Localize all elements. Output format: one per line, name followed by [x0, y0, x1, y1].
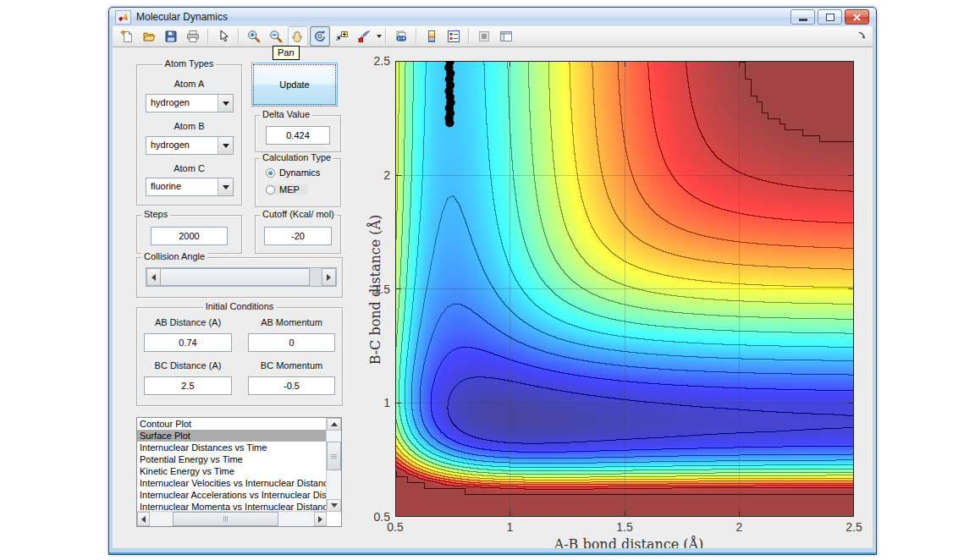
- zoom-in-icon: [247, 30, 261, 43]
- y-tick-label: 1.5: [361, 283, 390, 296]
- atom-c-value: fluorine: [151, 181, 181, 191]
- print-button[interactable]: [183, 26, 203, 47]
- link-plot-button[interactable]: [391, 26, 411, 47]
- atom-types-panel: Atom Types Atom A hydrogen Atom B hydrog…: [136, 64, 242, 206]
- dynamics-radio-label: Dynamics: [279, 167, 320, 178]
- ab-distance-field[interactable]: [144, 333, 232, 352]
- show-plot-tools-button[interactable]: [496, 26, 516, 47]
- y-tick-label: 2: [361, 168, 390, 182]
- vertical-scrollbar[interactable]: [326, 418, 341, 512]
- pan-button[interactable]: [288, 26, 308, 47]
- ab-momentum-label: AB Momentum: [248, 317, 335, 327]
- atom-b-dropdown-button[interactable]: [218, 137, 233, 154]
- minimize-button[interactable]: [790, 9, 815, 25]
- close-button[interactable]: [845, 9, 869, 25]
- steps-title: Steps: [141, 209, 170, 219]
- pes-contour-plot[interactable]: [395, 61, 854, 517]
- new-file-button[interactable]: [117, 26, 137, 47]
- delta-value-panel: Delta Value: [255, 115, 341, 152]
- zoom-out-button[interactable]: [266, 26, 286, 47]
- bc-distance-label: BC Distance (A): [144, 360, 232, 371]
- dynamics-radio-row[interactable]: Dynamics: [266, 167, 320, 178]
- horizontal-scroll-thumb[interactable]: [173, 512, 278, 526]
- new-file-icon: [120, 30, 134, 43]
- print-icon: [186, 30, 200, 43]
- ab-momentum-field[interactable]: [248, 333, 335, 352]
- save-icon: [164, 30, 178, 43]
- x-tick-label: 1: [507, 520, 514, 534]
- zoom-in-button[interactable]: [244, 26, 264, 47]
- titlebar[interactable]: Molecular Dynamics: [109, 8, 876, 26]
- edit-plot-button[interactable]: [213, 26, 234, 47]
- list-item[interactable]: Internuclear Velocities vs Internuclear …: [137, 477, 327, 489]
- restore-button[interactable]: [818, 9, 842, 25]
- scroll-left-button[interactable]: [137, 512, 150, 526]
- y-tick-label: 0.5: [361, 510, 390, 524]
- insert-colorbar-button[interactable]: [421, 26, 442, 47]
- arrow-left-icon: [141, 516, 146, 523]
- delta-value-field[interactable]: [266, 126, 330, 145]
- list-item[interactable]: Internuclear Accelerations vs Internucle…: [137, 489, 327, 501]
- slider-right-arrow-button[interactable]: [322, 268, 336, 286]
- plot-type-list: Contour PlotSurface PlotInternuclear Dis…: [137, 418, 327, 512]
- colorbar-icon: [425, 30, 438, 43]
- list-item[interactable]: Internuclear Distances vs Time: [137, 442, 327, 453]
- data-cursor-button[interactable]: [332, 26, 352, 47]
- scroll-up-button[interactable]: [327, 418, 341, 431]
- atom-b-label: Atom B: [137, 121, 241, 131]
- horizontal-scrollbar[interactable]: [137, 511, 327, 526]
- atom-c-dropdown-button[interactable]: [218, 178, 233, 195]
- brush-dropdown-caret-icon[interactable]: [377, 35, 382, 38]
- bc-momentum-field[interactable]: [248, 376, 335, 395]
- slider-thumb[interactable]: [160, 268, 310, 286]
- arrow-left-icon: [151, 274, 156, 281]
- scroll-right-button[interactable]: [314, 512, 327, 526]
- plot-type-listbox[interactable]: Contour PlotSurface PlotInternuclear Dis…: [136, 417, 342, 527]
- toolbar-overflow-arrow-icon[interactable]: [856, 30, 868, 45]
- bc-momentum-label: BC Momentum: [248, 360, 335, 371]
- atom-c-dropdown[interactable]: fluorine: [146, 178, 234, 196]
- save-button[interactable]: [161, 26, 181, 47]
- restore-icon: [826, 14, 835, 21]
- brush-icon: [357, 30, 371, 43]
- radio-unselected-icon[interactable]: [266, 185, 275, 195]
- mep-radio-row[interactable]: MEP: [266, 184, 308, 195]
- zoom-out-icon: [269, 30, 283, 43]
- delta-value-title: Delta Value: [260, 109, 312, 119]
- list-item[interactable]: Potential Energy vs Time: [137, 453, 327, 465]
- data-cursor-icon: [335, 30, 349, 43]
- list-item[interactable]: Contour Plot: [137, 418, 327, 430]
- vertical-scroll-thumb[interactable]: [327, 442, 341, 470]
- collision-angle-slider[interactable]: [146, 267, 337, 287]
- cutoff-field[interactable]: [264, 227, 332, 245]
- hide-plot-tools-button[interactable]: [474, 26, 494, 47]
- insert-legend-button[interactable]: [443, 26, 464, 47]
- chevron-down-icon: [223, 102, 229, 106]
- atom-a-dropdown-button[interactable]: [218, 95, 233, 112]
- update-button[interactable]: Update: [251, 63, 338, 107]
- brush-button[interactable]: [354, 26, 374, 47]
- atom-b-value: hydrogen: [151, 140, 190, 150]
- atom-a-dropdown[interactable]: hydrogen: [146, 94, 234, 113]
- link-plot-icon: [394, 30, 408, 43]
- bc-distance-field[interactable]: [144, 376, 232, 395]
- atom-b-dropdown[interactable]: hydrogen: [146, 136, 234, 155]
- list-item[interactable]: Kinetic Energy vs Time: [137, 465, 327, 477]
- toolbar-separator: [416, 29, 417, 44]
- rotate-3d-button[interactable]: [310, 26, 330, 47]
- steps-field[interactable]: [151, 227, 228, 245]
- arrow-down-icon: [331, 503, 338, 508]
- slider-left-arrow-button[interactable]: [146, 268, 161, 286]
- toolbar-separator: [385, 29, 387, 44]
- scroll-down-button[interactable]: [327, 499, 341, 512]
- ab-distance-label: AB Distance (A): [144, 317, 232, 327]
- atom-a-value: hydrogen: [151, 97, 190, 107]
- collision-angle-title: Collision Angle: [141, 251, 207, 261]
- open-file-button[interactable]: [139, 26, 159, 47]
- radio-selected-icon[interactable]: [266, 168, 275, 178]
- list-item[interactable]: Surface Plot: [137, 430, 327, 442]
- rotate-3d-icon: [313, 30, 327, 43]
- calculation-type-panel: Calculation Type Dynamics MEP: [255, 158, 341, 207]
- toolbar-separator: [207, 29, 209, 44]
- matlab-logo-icon: [115, 10, 131, 25]
